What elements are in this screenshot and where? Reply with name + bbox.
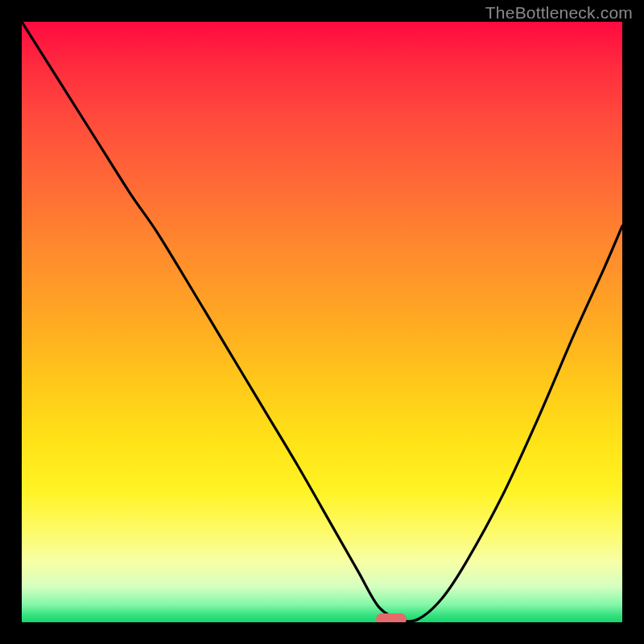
chart-frame: TheBottleneck.com — [0, 0, 644, 644]
plot-area — [22, 22, 622, 622]
optimal-marker — [376, 613, 407, 622]
bottleneck-curve — [22, 22, 622, 622]
watermark-text: TheBottleneck.com — [485, 3, 633, 23]
